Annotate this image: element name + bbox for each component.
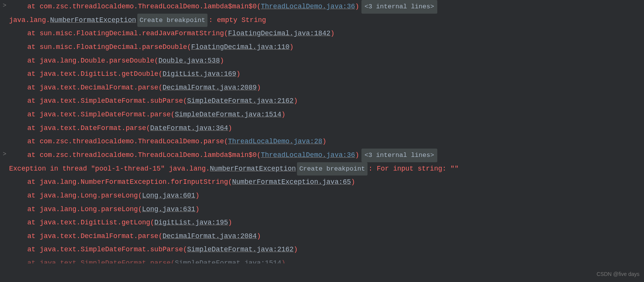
source-link[interactable]: FloatingDecimal.java:1842 [228,30,330,37]
source-link[interactable]: DigitList.java:169 [162,70,236,78]
close-paren: ) [289,43,294,51]
source-link[interactable]: SimpleDateFormat.java:2162 [187,97,294,105]
method-path: com.zsc.threadlocaldemo.ThreadLocalDemo.… [39,138,224,145]
exception-class-link[interactable]: NumberFormatException [210,165,296,172]
method-path: com.zsc.threadlocaldemo.ThreadLocalDemo.… [39,151,257,159]
stack-line: at java.lang.Long.parseLong(Long.java:60… [0,189,644,203]
open-paren: ( [224,30,228,37]
close-paren: ) [330,30,335,37]
source-link[interactable]: ThreadLocalDemo.java:28 [228,138,322,145]
at-keyword: at [27,205,39,213]
close-paren: ) [355,151,359,159]
close-paren: ) [195,205,199,213]
open-paren: ( [171,111,175,118]
source-link[interactable]: DigitList.java:195 [154,219,228,226]
open-paren: ( [159,84,163,91]
source-link[interactable]: DateFormat.java:364 [150,124,228,132]
stack-line: at java.text.DecimalFormat.parse(Decimal… [0,81,644,95]
method-path: java.lang.NumberFormatException.forInput… [39,178,228,186]
stack-line: java.lang.NumberFormatExceptionCreate br… [0,14,644,27]
exception-prefix: Exception in thread "pool-1-thread-15" j… [9,165,210,172]
at-keyword: at [27,57,39,64]
open-paren: ( [224,138,228,145]
stack-line: >at com.zsc.threadlocaldemo.ThreadLocalD… [0,0,644,14]
create-breakpoint-button[interactable]: Create breakpoint [297,162,367,176]
stack-line: Exception in thread "pool-1-thread-15" j… [0,162,644,176]
source-link[interactable]: Double.java:538 [159,57,220,64]
source-link[interactable]: SimpleDateFormat.java:2162 [187,246,294,253]
close-paren: ) [281,111,286,118]
close-paren: ) [220,57,224,64]
close-paren: ) [355,3,359,10]
open-paren: ( [183,97,187,105]
open-paren: ( [159,232,163,240]
source-link[interactable]: SimpleDateFormat.java:1514 [175,259,281,263]
open-paren: ( [171,259,175,263]
at-keyword: at [27,192,39,199]
stack-line: at java.text.SimpleDateFormat.parse(Simp… [0,257,644,263]
console-output[interactable]: >at com.zsc.threadlocaldemo.ThreadLocalD… [0,0,644,263]
method-path: java.lang.Long.parseLong [39,192,138,199]
at-keyword: at [27,111,39,118]
source-link[interactable]: ThreadLocalDemo.java:36 [261,151,355,159]
stack-line: at java.lang.Double.parseDouble(Double.j… [0,54,644,68]
close-paren: ) [322,138,327,145]
at-keyword: at [27,246,39,253]
exception-message: : For input string: "" [369,165,459,172]
expand-chevron-icon[interactable]: > [2,0,8,12]
open-paren: ( [183,246,187,253]
close-paren: ) [228,124,232,132]
method-path: java.lang.Double.parseDouble [39,57,154,64]
stack-line: at java.text.DateFormat.parse(DateFormat… [0,122,644,135]
method-path: java.text.DigitList.getLong [39,219,150,226]
at-keyword: at [27,219,39,226]
stack-line: at java.text.SimpleDateFormat.subParse(S… [0,243,644,257]
source-link[interactable]: SimpleDateFormat.java:1514 [175,111,281,118]
at-keyword: at [27,178,39,186]
expand-chevron-icon[interactable]: > [2,149,8,161]
at-keyword: at [27,70,39,78]
at-keyword: at [27,84,39,91]
folded-frames-badge[interactable]: <3 internal lines> [361,0,437,14]
source-link[interactable]: Long.java:601 [142,192,195,199]
stack-line: at sun.misc.FloatingDecimal.readJavaForm… [0,27,644,41]
close-paren: ) [257,84,261,91]
source-link[interactable]: FloatingDecimal.java:110 [191,43,289,51]
stack-line: at java.text.DigitList.getLong(DigitList… [0,216,644,230]
exception-class-link[interactable]: NumberFormatException [50,16,136,24]
stack-line: at java.text.SimpleDateFormat.parse(Simp… [0,108,644,122]
folded-frames-badge[interactable]: <3 internal lines> [361,149,437,162]
source-link[interactable]: Long.java:631 [142,205,195,213]
open-paren: ( [257,151,261,159]
at-keyword: at [27,232,39,240]
exception-message: : empty String [209,16,266,24]
create-breakpoint-button[interactable]: Create breakpoint [137,14,207,27]
open-paren: ( [187,43,191,51]
close-paren: ) [195,192,199,199]
source-link[interactable]: DecimalFormat.java:2089 [162,84,256,91]
at-keyword: at [27,30,39,37]
source-link[interactable]: DecimalFormat.java:2084 [162,232,256,240]
source-link[interactable]: ThreadLocalDemo.java:36 [261,3,355,10]
method-path: com.zsc.threadlocaldemo.ThreadLocalDemo.… [39,3,257,10]
method-path: java.text.DecimalFormat.parse [39,84,158,91]
close-paren: ) [351,178,355,186]
method-path: java.text.SimpleDateFormat.parse [39,259,171,263]
source-link[interactable]: NumberFormatException.java:65 [232,178,351,186]
open-paren: ( [150,219,154,226]
method-path: java.text.SimpleDateFormat.subParse [39,97,183,105]
stack-line: at com.zsc.threadlocaldemo.ThreadLocalDe… [0,135,644,149]
at-keyword: at [27,151,39,159]
at-keyword: at [27,97,39,105]
close-paren: ) [294,97,298,105]
method-path: java.lang.Long.parseLong [39,205,138,213]
at-keyword: at [27,138,39,145]
open-paren: ( [257,3,261,10]
close-paren: ) [294,246,298,253]
open-paren: ( [228,178,232,186]
open-paren: ( [146,124,150,132]
method-path: sun.misc.FloatingDecimal.parseDouble [39,43,187,51]
method-path: java.text.DigitList.getDouble [39,70,158,78]
stack-line: at java.lang.NumberFormatException.forIn… [0,175,644,189]
method-path: java.text.DecimalFormat.parse [39,232,158,240]
